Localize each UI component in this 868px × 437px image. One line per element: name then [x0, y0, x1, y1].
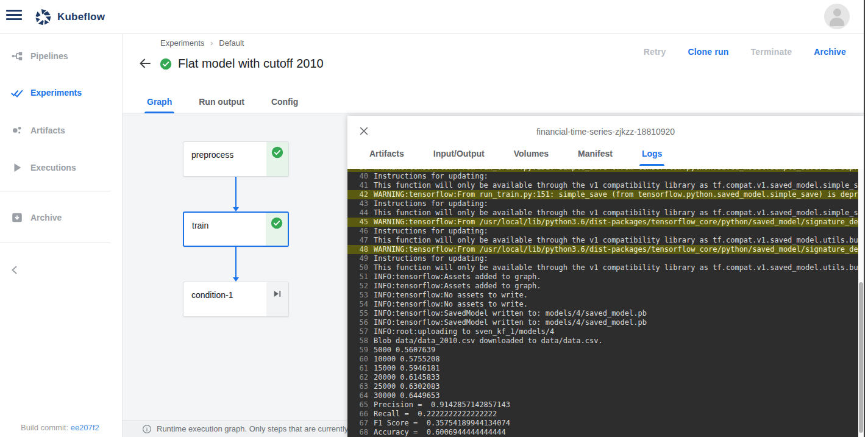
- logs-scrollbar-thumb[interactable]: [859, 282, 863, 433]
- build-commit-link[interactable]: ee207f2: [71, 423, 99, 432]
- sidebar-item-pipelines[interactable]: Pipelines: [0, 48, 122, 65]
- log-line-number: 48: [350, 245, 368, 254]
- tab-logs[interactable]: Logs: [641, 143, 663, 165]
- log-line-text: INFO:tensorflow:No assets to write.: [374, 291, 528, 300]
- log-line: 6430000 0.6449653: [350, 391, 858, 400]
- log-line-number: 41: [350, 181, 368, 190]
- run-actions: Retry Clone run Terminate Archive: [644, 47, 846, 57]
- step-name: financial-time-series-zjkzz-18810920: [347, 116, 864, 137]
- collapse-sidebar-chevron-left-icon[interactable]: [7, 263, 22, 277]
- log-line-text: F1 Score = 0.35754189944134074: [374, 419, 510, 428]
- check-circle-icon: [271, 146, 283, 158]
- log-line: 6115000 0.5946181: [350, 364, 858, 373]
- log-line-number: 61: [350, 364, 368, 373]
- log-line: 48WARNING:tensorflow:From /usr/local/lib…: [347, 245, 858, 254]
- pipelines-icon: [10, 49, 24, 63]
- archive-icon: [10, 210, 24, 225]
- sidebar-item-archive[interactable]: Archive: [0, 209, 122, 226]
- graph-node-preprocess[interactable]: preprocess: [183, 141, 289, 177]
- log-line-number: 58: [350, 336, 368, 346]
- tab-input-output[interactable]: Input/Output: [432, 143, 486, 165]
- log-line: 41This function will only be available t…: [350, 181, 858, 190]
- log-line: 67F1 Score = 0.35754189944134074: [350, 419, 858, 428]
- log-line: 46Instructions for updating:: [350, 227, 858, 236]
- sidebar-item-experiments[interactable]: Experiments: [0, 84, 122, 101]
- sidebar-item-executions[interactable]: Executions: [0, 159, 122, 176]
- archive-button[interactable]: Archive: [814, 47, 846, 57]
- log-line-text: Recall = 0.2222222222222222: [374, 410, 497, 419]
- log-line-text: Precision = 0.9142857142857143: [374, 400, 510, 410]
- graph-node-condition-1[interactable]: condition-1: [183, 282, 289, 317]
- log-line-text: This function will only be available thr…: [374, 208, 858, 218]
- tab-volumes[interactable]: Volumes: [513, 143, 550, 165]
- info-icon: [142, 424, 152, 434]
- log-line-number: 47: [350, 236, 368, 245]
- log-line-text: WARNING:tensorflow:From run_train.py:151…: [374, 190, 858, 199]
- close-icon[interactable]: [358, 126, 369, 137]
- run-tabs: Graph Run output Config: [123, 91, 868, 113]
- log-line-text: 15000 0.5946181: [374, 364, 439, 373]
- node-status-strip: [266, 282, 288, 316]
- page-title: Flat model with cutoff 2010: [178, 57, 324, 71]
- log-line-number: 64: [350, 391, 368, 400]
- log-line-number: 42: [350, 190, 368, 199]
- sidebar-item-label: Executions: [30, 163, 76, 172]
- logs-viewer[interactable]: 39WARNING:tensorflow:From run_train.py:1…: [347, 169, 858, 437]
- log-line-text: This function will only be available thr…: [374, 236, 858, 245]
- logs-scrollbar-track[interactable]: [858, 169, 864, 437]
- graph-node-train[interactable]: train: [183, 211, 289, 247]
- node-status-strip: [266, 142, 288, 176]
- log-line: 6325000 0.6302083: [350, 382, 858, 391]
- tab-run-output[interactable]: Run output: [197, 91, 246, 113]
- retry-button[interactable]: Retry: [644, 47, 666, 57]
- log-line-number: 56: [350, 318, 368, 327]
- tab-artifacts[interactable]: Artifacts: [368, 143, 405, 165]
- log-line: 68Accuracy = 0.6006944444444444: [350, 428, 858, 437]
- log-line-number: 62: [350, 373, 368, 382]
- page-scrollbar-edge[interactable]: [864, 0, 868, 437]
- top-bar: Kubeflow: [0, 0, 868, 34]
- log-line-text: Accuracy = 0.6006944444444444: [374, 428, 506, 437]
- clone-run-button[interactable]: Clone run: [688, 47, 728, 57]
- check-circle-icon: [271, 217, 283, 229]
- log-line-number: 49: [350, 254, 368, 263]
- terminate-button[interactable]: Terminate: [751, 47, 792, 57]
- log-line: 58Blob data/data_2010.csv downloaded to …: [350, 336, 858, 346]
- log-line-text: Instructions for updating:: [374, 227, 488, 236]
- log-line: 51INFO:tensorflow:Assets added to graph.: [350, 272, 858, 282]
- user-avatar[interactable]: [824, 4, 850, 29]
- log-line: 50This function will only be available t…: [350, 263, 858, 272]
- graph-edge: [235, 177, 237, 207]
- log-line-number: 51: [350, 272, 368, 282]
- tab-manifest[interactable]: Manifest: [577, 143, 614, 165]
- log-line-number: 60: [350, 355, 368, 364]
- tab-graph[interactable]: Graph: [146, 91, 173, 113]
- app-title: Kubeflow: [57, 11, 105, 23]
- log-line-text: 30000 0.6449653: [374, 391, 439, 400]
- log-line-text: Instructions for updating:: [374, 254, 488, 263]
- log-line-number: 68: [350, 428, 368, 437]
- tab-config[interactable]: Config: [270, 91, 299, 113]
- log-line: 45WARNING:tensorflow:From /usr/local/lib…: [347, 218, 858, 227]
- log-line: 44This function will only be available t…: [350, 208, 858, 218]
- log-line-number: 40: [350, 172, 368, 181]
- run-status-check-circle-icon: [160, 58, 172, 70]
- log-line-number: 52: [350, 282, 368, 291]
- breadcrumb-experiments[interactable]: Experiments: [160, 38, 204, 48]
- breadcrumb-default[interactable]: Default: [219, 38, 244, 48]
- sidebar-item-artifacts[interactable]: Artifacts: [0, 122, 122, 139]
- log-line-text: Instructions for updating:: [374, 199, 488, 208]
- skip-next-icon: [272, 288, 283, 299]
- log-line-text: INFO:tensorflow:Assets added to graph.: [374, 272, 541, 282]
- log-line: 66Recall = 0.2222222222222222: [350, 410, 858, 419]
- log-line-number: 65: [350, 400, 368, 410]
- log-line: 52INFO:tensorflow:Assets added to graph.: [350, 282, 858, 291]
- log-line-text: 10000 0.5755208: [374, 355, 439, 364]
- log-line: 57INFO:root:uploading to sven_kf_1/model…: [350, 327, 858, 336]
- log-line-text: Instructions for updating:: [374, 172, 488, 181]
- experiments-icon: [10, 85, 24, 100]
- log-line: 56INFO:tensorflow:SavedModel written to:…: [350, 318, 858, 327]
- log-line-text: This function will only be available thr…: [374, 263, 858, 272]
- menu-icon[interactable]: [6, 10, 22, 23]
- back-arrow-icon[interactable]: [138, 56, 152, 71]
